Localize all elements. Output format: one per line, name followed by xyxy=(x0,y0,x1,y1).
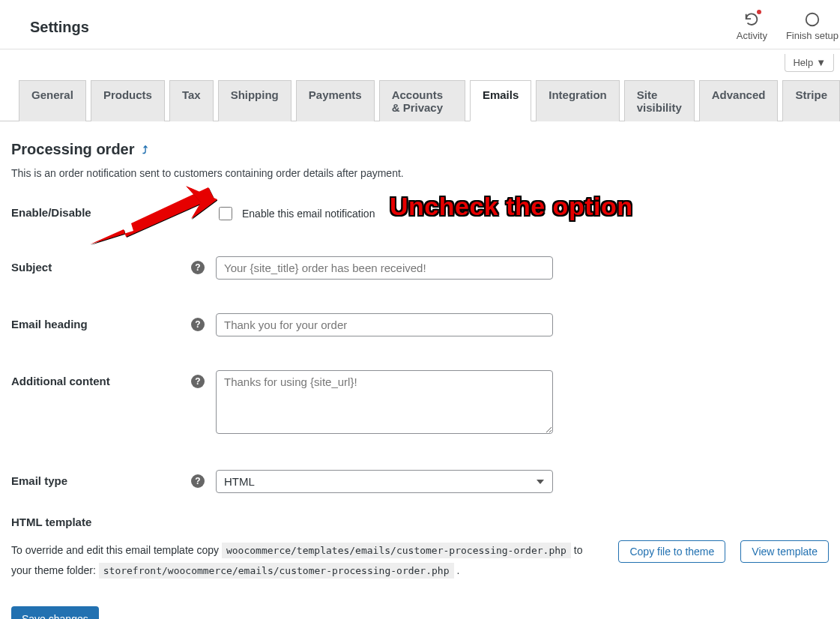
template-path2: storefront/woocommerce/emails/customer-p… xyxy=(99,563,454,579)
heading-label: Email heading xyxy=(11,313,191,330)
activity-button[interactable]: Activity xyxy=(737,11,767,41)
back-link[interactable]: ⤴ xyxy=(142,144,148,156)
template-text: To override and edit this email template… xyxy=(11,540,603,580)
template-row: To override and edit this email template… xyxy=(11,540,829,580)
help-label: Help xyxy=(793,57,813,68)
type-label: Email type xyxy=(11,470,191,487)
tab-integration[interactable]: Integration xyxy=(536,80,620,121)
top-bar: Settings Activity Finish setup xyxy=(0,0,840,49)
save-button[interactable]: Save changes xyxy=(11,606,99,619)
help-icon[interactable]: ? xyxy=(191,474,205,488)
help-row: Help ▼ xyxy=(0,49,840,72)
help-icon[interactable]: ? xyxy=(191,375,205,388)
chevron-down-icon: ▼ xyxy=(816,57,826,68)
template-suffix: . xyxy=(456,564,459,576)
enable-checkbox-label: Enable this email notification xyxy=(242,208,375,220)
finish-setup-label: Finish setup xyxy=(786,30,839,41)
enable-row: Enable/Disable Enable this email notific… xyxy=(11,202,829,223)
enable-label: Enable/Disable xyxy=(11,202,191,219)
page-title-text: Processing order xyxy=(11,141,135,158)
type-row: Email type ? HTML xyxy=(11,470,829,493)
help-toggle[interactable]: Help ▼ xyxy=(785,54,834,72)
page-title: Processing order ⤴ xyxy=(11,141,829,158)
view-template-button[interactable]: View template xyxy=(740,540,829,563)
page-description: This is an order notification sent to cu… xyxy=(11,167,829,179)
activity-label: Activity xyxy=(737,30,767,41)
topbar-actions: Activity Finish setup xyxy=(737,11,840,41)
additional-label: Additional content xyxy=(11,370,191,387)
tab-tax[interactable]: Tax xyxy=(169,80,214,121)
enable-checkbox[interactable] xyxy=(219,207,232,220)
heading-input[interactable] xyxy=(216,313,553,336)
subject-label: Subject xyxy=(11,256,191,274)
tab-advanced[interactable]: Advanced xyxy=(699,80,779,121)
tab-products[interactable]: Products xyxy=(91,80,165,121)
tab-accounts-privacy[interactable]: Accounts & Privacy xyxy=(379,80,465,121)
template-section-title: HTML template xyxy=(11,516,829,528)
tab-general[interactable]: General xyxy=(19,80,86,121)
template-path1: woocommerce/templates/emails/customer-pr… xyxy=(222,543,571,558)
copy-file-button[interactable]: Copy file to theme xyxy=(618,540,725,563)
tab-site-visibility[interactable]: Site visibility xyxy=(624,80,695,121)
help-icon[interactable]: ? xyxy=(191,318,205,331)
activity-icon xyxy=(743,11,760,30)
tab-shipping[interactable]: Shipping xyxy=(218,80,291,121)
content-area: Processing order ⤴ This is an order noti… xyxy=(0,121,840,619)
settings-tabs: GeneralProductsTaxShippingPaymentsAccoun… xyxy=(0,72,840,121)
tab-stripe[interactable]: Stripe xyxy=(782,80,840,121)
additional-row: Additional content ? xyxy=(11,370,829,436)
finish-setup-button[interactable]: Finish setup xyxy=(786,11,839,41)
tab-payments[interactable]: Payments xyxy=(296,80,375,121)
tab-emails[interactable]: Emails xyxy=(470,80,531,121)
heading-row: Email heading ? xyxy=(11,313,829,336)
subject-row: Subject ? xyxy=(11,256,829,280)
subject-input[interactable] xyxy=(216,256,553,280)
help-icon[interactable]: ? xyxy=(191,261,205,274)
additional-textarea[interactable] xyxy=(216,370,553,434)
circle-icon xyxy=(804,11,821,30)
type-select[interactable]: HTML xyxy=(216,470,553,493)
svg-point-0 xyxy=(806,13,819,26)
template-prefix: To override and edit this email template… xyxy=(11,544,222,556)
page-header-title: Settings xyxy=(30,19,89,36)
